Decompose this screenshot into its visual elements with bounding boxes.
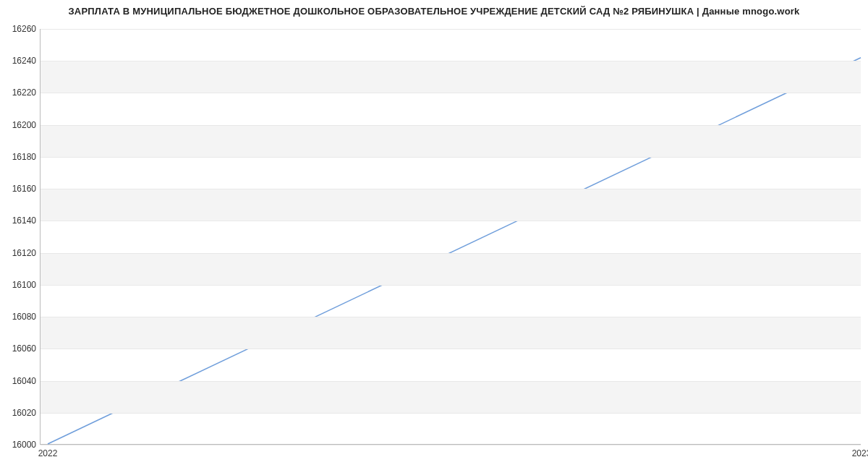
chart-title: ЗАРПЛАТА В МУНИЦИПАЛЬНОЕ БЮДЖЕТНОЕ ДОШКО…	[0, 6, 868, 17]
y-tick-label: 16000	[12, 440, 41, 450]
grid-line	[41, 349, 861, 349]
y-tick-label: 16260	[12, 24, 41, 34]
grid-line	[41, 445, 861, 445]
y-tick-label: 16240	[12, 56, 41, 66]
y-tick-label: 16160	[12, 184, 41, 194]
grid-line	[41, 93, 861, 93]
chart-container: ЗАРПЛАТА В МУНИЦИПАЛЬНОЕ БЮДЖЕТНОЕ ДОШКО…	[0, 0, 868, 470]
grid-line	[41, 381, 861, 382]
y-tick-label: 16180	[12, 152, 41, 162]
y-tick-label: 16100	[12, 280, 41, 290]
grid-band	[41, 253, 861, 285]
grid-line	[41, 413, 861, 414]
y-tick-label: 16140	[12, 215, 41, 226]
grid-band	[41, 61, 861, 93]
plot-area: 1600016020160401606016080161001612016140…	[40, 29, 861, 445]
y-tick-label: 16080	[12, 312, 41, 322]
grid-line	[41, 189, 861, 189]
y-tick-label: 16120	[12, 248, 41, 258]
grid-line	[41, 285, 861, 286]
grid-line	[41, 29, 861, 30]
y-tick-label: 16200	[12, 120, 41, 130]
grid-band	[41, 189, 861, 221]
grid-band	[41, 125, 861, 157]
x-tick-label: 2022	[38, 444, 58, 458]
y-tick-label: 16220	[12, 87, 41, 98]
grid-line	[41, 157, 861, 158]
y-tick-label: 16020	[12, 408, 41, 418]
grid-line	[41, 125, 861, 126]
y-tick-label: 16040	[12, 376, 41, 386]
y-tick-label: 16060	[12, 343, 41, 354]
grid-line	[41, 317, 861, 317]
grid-band	[41, 317, 861, 349]
grid-line	[41, 221, 861, 221]
grid-band	[41, 381, 861, 413]
grid-line	[41, 253, 861, 254]
x-tick-label: 2023	[852, 444, 868, 458]
grid-line	[41, 61, 861, 61]
